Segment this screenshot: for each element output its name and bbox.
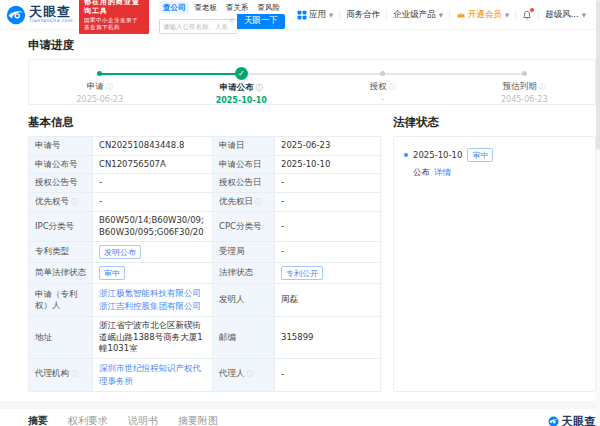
field-label-text: 专利类型 [35, 246, 69, 256]
nav-item-3[interactable]: 企业级产品▼ [387, 9, 449, 21]
field-value-text: 周磊 [281, 294, 298, 304]
step-label: 授权ⓘ [370, 81, 396, 93]
timeline-node [522, 67, 527, 79]
field-value: 浙江省宁波市北仑区新碶街道岷山路1388号商务大厦1幢1031室 [93, 317, 213, 359]
grid-icon [297, 10, 307, 20]
tab-说明书[interactable]: 说明书 [128, 409, 158, 426]
step-label-text: 授权 [370, 81, 387, 93]
tab-摘要附图[interactable]: 摘要附图 [178, 409, 218, 426]
table-row: 申请公布号CN120756507A申请公布日2025-10-10 [29, 155, 381, 174]
nav-item-2[interactable]: 商务合作 [340, 9, 386, 21]
info-icon[interactable]: ⓘ [69, 370, 78, 378]
bullet-icon [404, 153, 408, 157]
field-label: 申请（专利权）人 [29, 284, 93, 317]
watermark-text: 天眼查 [562, 414, 597, 426]
timeline-step-2: ✓申请公布ⓘ2025-10-10 [171, 60, 313, 104]
nav-item-4[interactable]: 开通会员▼ [450, 9, 515, 21]
field-label-text: IPC分类号 [35, 221, 74, 231]
nav-item-5[interactable] [516, 10, 538, 20]
company-link[interactable]: 深圳市世纪恒程知识产权代理事务所 [99, 362, 206, 388]
company-link[interactable]: 浙江吉利控股集团有限公司 [99, 300, 206, 313]
clear-input-icon[interactable]: × [228, 17, 235, 25]
field-value: - [275, 212, 381, 242]
progress-timeline: 申请ⓘ2025-06-23✓申请公布ⓘ2025-10-10授权ⓘ-预估到期ⓘ20… [28, 59, 596, 105]
search-tab-2[interactable]: 查老板 [190, 1, 221, 14]
scrollbar-thumb[interactable] [596, 0, 600, 150]
field-label: 代理人 ⓘ [213, 358, 275, 391]
table-row: 申请号CN202510843448.8申请日2025-06-23 [29, 137, 381, 156]
timeline-dot [97, 71, 102, 76]
field-value: 专利公开 [275, 263, 381, 284]
step-date: - [381, 95, 384, 104]
nav-item-label: 企业级产品 [393, 9, 436, 21]
timeline-step-4: 预估到期ⓘ2045-06-23 [454, 60, 596, 104]
field-label-text: 申请号 [35, 140, 61, 150]
info-icon[interactable]: ⓘ [389, 82, 396, 92]
field-value-text: CN202510843448.8 [99, 140, 184, 150]
field-value: - [275, 242, 381, 263]
field-value: 发明公布 [93, 242, 213, 263]
table-row: 简单法律状态审中法律状态专利公开 [29, 263, 381, 284]
field-value-text: 315899 [281, 332, 313, 342]
field-value: 2025-06-23 [275, 137, 381, 156]
search-box: 查公司查老板查关系查风险 × 天眼一下 [159, 1, 285, 29]
watermark: 天眼查 [548, 414, 597, 426]
company-link[interactable]: 浙江极氪智能科技有限公司 [99, 287, 206, 300]
info-icon[interactable]: ⓘ [253, 198, 262, 206]
field-value: - [93, 192, 213, 212]
field-value: B60W50/14;B60W30/09;B60W30/095;G06F30/20 [93, 212, 213, 242]
field-value-text: 2025-10-10 [281, 159, 330, 169]
basic-info-rows: 申请号CN202510843448.8申请日2025-06-23申请公布号CN1… [29, 137, 381, 392]
check-icon: ✓ [235, 67, 248, 80]
tab-摘要[interactable]: 摘要 [28, 409, 48, 426]
step-label-text: 申请 [87, 81, 104, 93]
step-label-text: 预估到期 [503, 81, 537, 93]
nav-item-label: 超级风... [545, 9, 579, 21]
field-label-text: 法律状态 [219, 267, 253, 277]
field-label: 申请日 [213, 137, 275, 156]
field-label: 申请号 [29, 137, 93, 156]
search-button[interactable]: 天眼一下 [237, 14, 285, 29]
field-label: 优先权日 ⓘ [213, 192, 275, 212]
page-scrollbar[interactable] [596, 0, 600, 426]
step-label: 申请公布ⓘ [220, 82, 263, 94]
field-value: 浙江极氪智能科技有限公司浙江吉利控股集团有限公司 [93, 284, 213, 317]
legal-status-date: 2025-10-10 [413, 150, 462, 160]
field-value: 审中 [93, 263, 213, 284]
legal-status-item: 2025-10-10审中 [404, 148, 585, 162]
field-label: 申请公布日 [213, 155, 275, 174]
promo-banner-line1: 都在用的商业查询工具 [84, 0, 144, 17]
nav-item-6[interactable]: 超级风...▼ [539, 9, 592, 21]
table-row: 专利类型发明公布受理局- [29, 242, 381, 263]
tab-权利要求[interactable]: 权利要求 [68, 409, 108, 426]
header: 天眼查 TianYanCha.com 都在用的商业查询工具 国家中小企业发展子基… [0, 0, 600, 30]
search-tab-1[interactable]: 查公司 [159, 1, 190, 14]
tianyancha-logo[interactable]: 天眼查 TianYanCha.com [6, 5, 73, 25]
field-label-text: CPC分类号 [219, 221, 262, 231]
search-tab-3[interactable]: 查关系 [222, 1, 253, 14]
status-tag: 审中 [99, 266, 125, 280]
search-input[interactable] [159, 19, 237, 34]
info-icon[interactable]: ⓘ [256, 83, 263, 93]
field-label: 代理机构 ⓘ [29, 358, 93, 391]
field-label: 授权公告日 [213, 174, 275, 193]
search-tab-4[interactable]: 查风险 [253, 1, 284, 14]
notification-bell[interactable] [522, 10, 532, 20]
chevron-down-icon: ▼ [582, 12, 586, 18]
timeline-node [380, 67, 385, 79]
chevron-down-icon: ▼ [505, 12, 509, 18]
info-icon[interactable]: ⓘ [245, 370, 254, 378]
info-icon[interactable]: ⓘ [106, 82, 113, 92]
info-icon[interactable]: ⓘ [539, 82, 546, 92]
nav-item-1[interactable]: 应用▼ [291, 9, 339, 21]
step-date: 2025-10-10 [216, 96, 267, 105]
field-value-text: - [99, 177, 102, 187]
field-value: 2025-10-10 [275, 155, 381, 174]
info-icon[interactable]: ⓘ [69, 198, 78, 206]
promo-banner: 都在用的商业查询工具 国家中小企业发展子基金旗下机构 [79, 0, 149, 34]
legal-status-title: 法律状态 [393, 115, 596, 130]
field-value: 深圳市世纪恒程知识产权代理事务所 [93, 358, 213, 391]
detail-link[interactable]: 详情 [434, 167, 451, 179]
field-label: 法律状态 [213, 263, 275, 284]
status-tag: 发明公布 [99, 245, 141, 259]
